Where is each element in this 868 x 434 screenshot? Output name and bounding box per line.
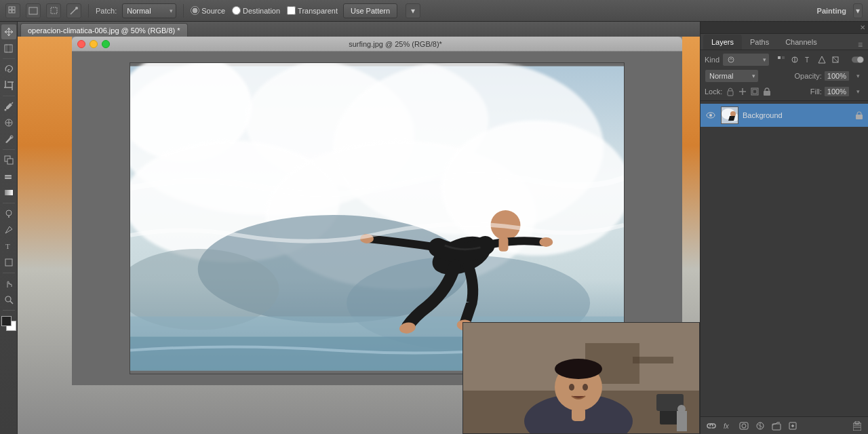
svg-rect-25 [5, 190, 13, 195]
zoom-tool[interactable] [1, 292, 16, 307]
layer-visibility-icon[interactable] [705, 109, 717, 121]
svg-rect-22 [7, 159, 13, 164]
panel-menu-icon[interactable]: ≡ [858, 40, 863, 50]
svg-point-67 [728, 57, 734, 62]
new-group-btn[interactable] [770, 419, 783, 433]
svg-line-74 [833, 57, 838, 62]
top-toolbar: Patch: Normal Source Destination Transpa… [0, 0, 868, 22]
source-dest-radio-group: Source Destination Transparent [191, 6, 338, 15]
tab-layers[interactable]: Layers [703, 35, 742, 50]
brush-tool[interactable] [1, 132, 16, 146]
crop-tool[interactable] [1, 78, 16, 93]
layers-list: Background [701, 101, 868, 416]
panel-options-icon[interactable]: ≡ [858, 40, 865, 50]
tab-paths[interactable]: Paths [742, 35, 777, 50]
kind-dropdown[interactable] [722, 53, 770, 66]
patch-mode-dropdown[interactable]: Normal [122, 3, 176, 18]
svg-line-15 [12, 102, 13, 104]
new-layer-btn[interactable] [786, 419, 800, 433]
lock-artboard-icon[interactable] [749, 86, 760, 97]
artboard-tool[interactable] [1, 41, 16, 56]
clone-tool[interactable] [1, 153, 16, 167]
fill-group: Fill: 100% ▾ [810, 85, 864, 98]
heal-tool[interactable] [1, 115, 16, 130]
wand-icon-btn[interactable] [66, 3, 81, 18]
svg-point-26 [6, 210, 12, 216]
use-pattern-button[interactable]: Use Pattern [343, 3, 397, 18]
smartobj-filter-icon[interactable] [829, 54, 842, 66]
tool-separator-2 [3, 96, 15, 96]
svg-rect-4 [29, 7, 37, 14]
transparent-checkbox[interactable]: Transparent [287, 6, 338, 15]
opacity-arrow-icon[interactable]: ▾ [852, 70, 864, 82]
adjustment-layer-btn[interactable] [753, 419, 767, 433]
text-tool[interactable]: T [1, 239, 16, 254]
tool-separator-1 [3, 58, 15, 59]
adjustment-filter-icon[interactable] [789, 54, 801, 66]
grid-icon-btn[interactable] [5, 3, 20, 18]
lasso-tool[interactable] [1, 62, 16, 77]
lock-pixels-icon[interactable] [725, 86, 736, 97]
svg-point-60 [569, 384, 574, 391]
svg-rect-68 [778, 56, 781, 59]
pixel-filter-icon[interactable] [775, 54, 787, 66]
eraser-tool[interactable] [1, 169, 16, 184]
lock-all-icon[interactable] [762, 86, 772, 97]
hand-tool[interactable] [1, 276, 16, 291]
opacity-value[interactable]: 100% [824, 71, 850, 81]
text-filter-icon[interactable]: T [802, 54, 814, 66]
svg-point-76 [857, 57, 863, 63]
gradient-tool[interactable] [1, 185, 16, 200]
svg-point-31 [5, 296, 11, 302]
svg-point-40 [441, 120, 625, 255]
crop-icon-btn[interactable] [46, 3, 61, 18]
fill-arrow-icon[interactable]: ▾ [852, 85, 864, 98]
lock-label: Lock: [705, 87, 722, 96]
dodge-tool[interactable] [1, 206, 16, 221]
color-swatches[interactable] [1, 316, 16, 331]
fill-value[interactable]: 100% [824, 86, 850, 97]
layers-bottom-bar: fx [701, 416, 868, 434]
svg-rect-30 [5, 259, 12, 266]
close-button[interactable] [77, 40, 85, 48]
layer-row-background[interactable]: Background [701, 104, 868, 127]
move-tool[interactable] [1, 24, 16, 39]
layers-controls: Kind T [701, 50, 868, 101]
minimize-button[interactable] [90, 40, 98, 48]
link-layers-btn[interactable] [705, 419, 718, 433]
svg-rect-69 [782, 56, 785, 59]
kind-label: Kind [705, 56, 719, 64]
filter-toggle-icon[interactable] [852, 54, 864, 66]
inner-doc-title: surfing.jpg @ 25% (RGB/8)* [349, 40, 442, 48]
workspace-dropdown-btn[interactable]: ▾ [853, 3, 863, 18]
svg-point-59 [555, 359, 602, 379]
pattern-dropdown-btn[interactable]: ▾ [406, 3, 420, 18]
main-area: T operacion-climatica-006.jpg @ 50% (RGB… [0, 22, 868, 434]
shape-filter-icon[interactable] [816, 54, 828, 66]
svg-point-66 [677, 405, 686, 413]
pen-tool[interactable] [1, 222, 16, 237]
rect-icon-btn[interactable] [26, 3, 41, 18]
webcam-area [462, 322, 700, 434]
svg-point-49 [539, 237, 553, 247]
eyedropper-tool[interactable] [1, 99, 16, 114]
svg-rect-96 [853, 423, 861, 431]
back-doc-tab[interactable]: operacion-climatica-006.jpg @ 50% (RGB/8… [20, 23, 188, 37]
back-doc-tab-bar: operacion-climatica-006.jpg @ 50% (RGB/8… [18, 22, 700, 37]
shape-tool[interactable] [1, 255, 16, 270]
maximize-button[interactable] [102, 40, 110, 48]
tab-channels[interactable]: Channels [777, 35, 825, 50]
delete-layer-btn[interactable] [850, 419, 864, 433]
blend-mode-dropdown[interactable]: Normal [705, 69, 759, 83]
foreground-color[interactable] [1, 316, 12, 326]
destination-radio[interactable]: Destination [232, 6, 280, 15]
tool-separator-4 [3, 203, 15, 203]
add-mask-btn[interactable] [737, 419, 751, 433]
svg-rect-62 [572, 408, 585, 421]
tool-separator-5 [3, 273, 15, 273]
source-radio[interactable]: Source [191, 6, 225, 15]
fx-btn[interactable]: fx [721, 419, 734, 433]
svg-text:fx: fx [724, 422, 730, 430]
lock-position-icon[interactable] [737, 86, 748, 97]
panel-close-icon[interactable]: ✕ [860, 24, 865, 31]
